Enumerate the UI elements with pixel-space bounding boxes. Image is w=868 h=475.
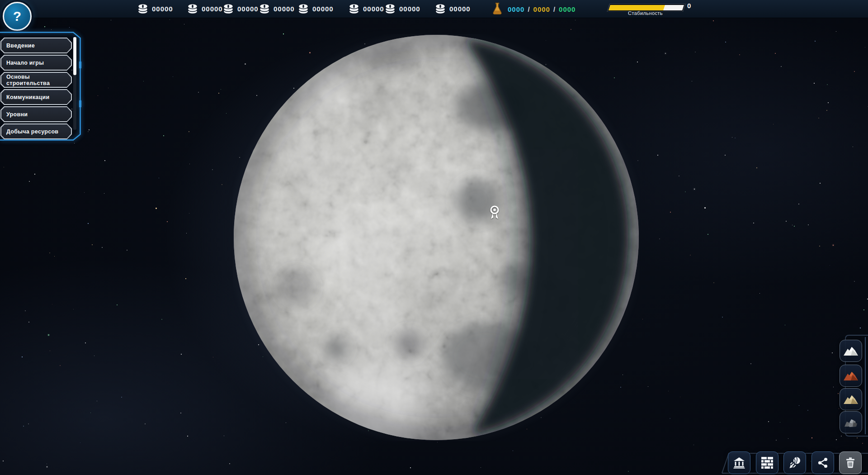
flask-icon	[491, 1, 504, 16]
trash-icon	[844, 457, 856, 469]
tutorial-item-osnovy-stroitelstva[interactable]: Основы строительства	[0, 72, 72, 88]
tutorial-item-dobycha-resursov[interactable]: Добыча ресурсов	[0, 124, 72, 139]
tutorial-item-label: Начало игры	[1, 60, 44, 66]
tutorial-item-label: Уровни	[1, 111, 28, 118]
help-question-icon: ?	[13, 9, 21, 24]
tutorial-scrollbar-thumb[interactable]	[73, 37, 76, 75]
resource-value: 00000	[449, 5, 471, 13]
bank-building-icon	[733, 456, 745, 469]
toggle-sand-mineral[interactable]	[840, 388, 862, 410]
ore-rocks-icon	[843, 415, 859, 429]
science-current: 0000	[508, 5, 524, 13]
stability-value: 0	[687, 2, 691, 10]
resource-counter: 00000	[384, 3, 420, 14]
stability-label: Стабильность	[606, 10, 685, 16]
tutorial-item-vvedenie[interactable]: Введение	[0, 38, 72, 53]
share-network-icon	[817, 457, 829, 469]
build-colony-button[interactable]	[728, 451, 750, 474]
top-resource-bar: 00000 00000 00000 00000 00000 00000 0000…	[0, 0, 868, 18]
award-badge-icon[interactable]	[487, 204, 502, 221]
resource-value: 00000	[399, 5, 420, 13]
resource-counter: 00000	[222, 3, 259, 14]
red-mineral-icon	[843, 369, 859, 382]
coin-stack-icon	[434, 3, 446, 14]
resource-counter: 00000	[297, 3, 334, 14]
tutorial-item-urovni[interactable]: Уровни	[0, 106, 72, 122]
build-structures-button[interactable]	[756, 451, 778, 474]
stability-widget: 0 Стабильность	[606, 0, 696, 18]
demolish-button[interactable]	[839, 451, 862, 474]
tutorial-item-kommunikacii[interactable]: Коммуникации	[0, 89, 72, 105]
brick-wall-icon	[761, 457, 773, 469]
toggle-white-mineral[interactable]	[840, 340, 862, 362]
coin-stack-icon	[259, 3, 270, 14]
resource-counter: 00000	[348, 3, 384, 14]
help-button[interactable]: ?	[3, 2, 32, 31]
tutorial-item-nachalo-igry[interactable]: Начало игры	[0, 55, 72, 71]
resource-value: 00000	[363, 5, 384, 13]
sand-mineral-icon	[843, 392, 859, 406]
coin-stack-icon	[137, 3, 149, 14]
coin-stack-icon	[187, 3, 198, 14]
toggle-ore-rocks[interactable]	[840, 411, 862, 433]
tutorial-item-label: Основы строительства	[1, 74, 71, 86]
tutorial-item-label: Введение	[1, 43, 35, 49]
resource-counter: 00000	[137, 3, 173, 14]
separator: /	[553, 5, 556, 13]
science-counter: 0000 / 0000 / 0000	[491, 1, 576, 16]
resource-counter: 00000	[259, 3, 295, 14]
coin-stack-icon	[297, 3, 309, 14]
coin-stack-icon	[222, 3, 234, 14]
stability-fill	[609, 5, 665, 10]
white-mineral-icon	[843, 344, 859, 357]
meteor-icon	[788, 456, 801, 469]
resource-value: 00000	[312, 5, 334, 13]
resource-counter: 00000	[187, 3, 223, 14]
moon[interactable]	[233, 34, 640, 441]
science-max: 0000	[559, 5, 576, 13]
resource-value: 00000	[237, 5, 259, 13]
network-share-button[interactable]	[811, 451, 834, 474]
resource-counter: 00000	[434, 3, 471, 14]
coin-stack-icon	[348, 3, 360, 14]
tutorial-item-label: Коммуникации	[1, 94, 49, 100]
resource-value: 00000	[202, 5, 223, 13]
toggle-red-mineral[interactable]	[840, 365, 862, 387]
tutorial-panel: Введение Начало игры Основы строительств…	[0, 32, 84, 142]
science-mid: 0000	[533, 5, 550, 13]
resource-value: 00000	[274, 5, 295, 13]
tutorial-item-label: Добыча ресурсов	[1, 128, 58, 135]
separator: /	[528, 5, 530, 13]
meteor-strike-button[interactable]	[783, 451, 806, 474]
resource-value: 00000	[152, 5, 173, 13]
game-screen: 00000 00000 00000 00000 00000 00000 0000…	[0, 0, 868, 475]
coin-stack-icon	[384, 3, 396, 14]
